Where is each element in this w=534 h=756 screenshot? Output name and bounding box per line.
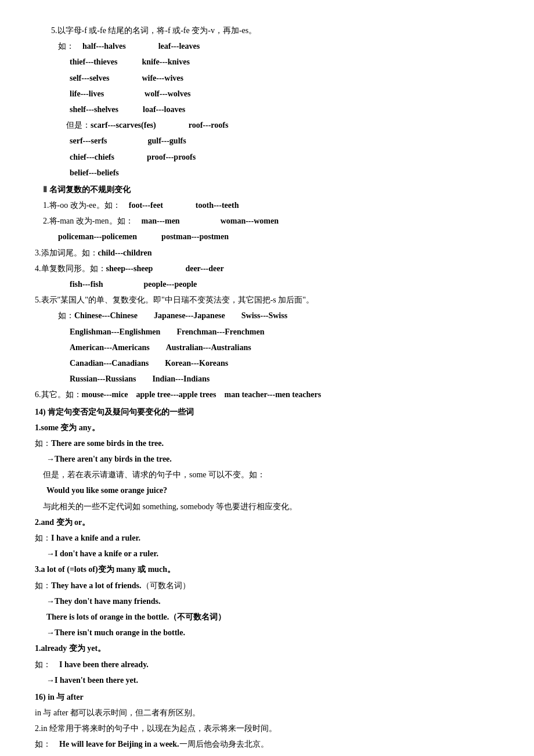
rule-2-and-or: 2.and 变为 or。	[35, 515, 499, 530]
ex-russian: Russian---Russians Indian---Indians	[35, 372, 499, 386]
rule-4-sheep: 4.单复数同形。如：sheep---sheep deer---deer	[35, 261, 499, 276]
rule-3-after: 3.after 经常用于过去时的句子中，以过去为起点，表示过去一段时间。	[35, 753, 499, 756]
ex-chief: chief---chiefs proof---proofs	[35, 150, 499, 164]
ex-and-intro: 如：I have a knife and a ruler.	[35, 531, 499, 545]
ex-shelf: shelf---shelves loaf---loaves	[35, 102, 499, 117]
rule-5-nationality: 5.表示"某国人"的单、复数变化。即"中日瑞不变英法变，其它国把-s 加后面"。	[35, 293, 499, 307]
rule-3-alot: 3.a lot of (=lots of)变为 many 或 much。	[35, 562, 499, 577]
ex-lots-pos: There is lots of orange in the bottle.（不…	[35, 610, 499, 624]
in-after-intro: in 与 after 都可以表示时间，但二者有所区别。	[35, 705, 499, 720]
rule-2-man: 2.将-man 改为-men。如： man---men woman---wome…	[35, 214, 499, 228]
ex-but: 但是：scarf---scarves(fes) roof---roofs	[35, 118, 499, 132]
rule-6-other: 6.其它。如：mouse---mice apple tree---apple t…	[35, 387, 499, 402]
ex-englishman: Englishman---Englishmen Frenchman---Fren…	[35, 325, 499, 339]
section-5: 5.以字母-f 或-fe 结尾的名词，将-f 或-fe 变为-v，再加-es。 …	[35, 23, 499, 180]
related-note: 与此相关的一些不定代词如 something, somebody 等也要进行相应…	[35, 499, 499, 514]
ex-american: American---Americans Australian---Austra…	[35, 340, 499, 355]
ex-belief: belief---beliefs	[35, 165, 499, 180]
rule-1-oo: 1.将-oo 改为-ee。如： foot---feet tooth---teet…	[35, 198, 499, 213]
ex-would-you: Would you like some orange juice?	[35, 483, 499, 498]
ex-in-intro: 如： He will leave for Beijing in a week.一…	[35, 737, 499, 751]
ex-and-neg: →I don't have a knife or a ruler.	[35, 546, 499, 561]
ex-serf: serf---serfs gulf---gulfs	[35, 134, 499, 148]
ex-fish: fish---fish people---people	[35, 277, 499, 291]
ex-chinese: 如：Chinese---Chinese Japanese---Japanese …	[35, 308, 499, 323]
section-16: 16) in 与 after in 与 after 都可以表示时间，但二者有所区…	[35, 690, 499, 756]
ex-thief: thief---thieves knife---knives	[35, 55, 499, 69]
ex-some-neg: →There aren't any birds in the tree.	[35, 452, 499, 466]
ex-already-neg: →I haven't been there yet.	[35, 673, 499, 687]
rule-3-child: 3.添加词尾。如：child---children	[35, 246, 499, 260]
rule-1-already: 1.already 变为 yet。	[35, 641, 499, 656]
ex-policeman: policeman---policemen postman---postmen	[35, 229, 499, 244]
ex-life: life---lives wolf---wolves	[35, 87, 499, 101]
section-II-header: Ⅱ 名词复数的不规则变化	[35, 182, 499, 197]
page-content: 5.以字母-f 或-fe 结尾的名词，将-f 或-fe 变为-v，再加-es。 …	[35, 23, 499, 756]
ex-canadian: Canadian---Canadians Korean---Koreans	[35, 356, 499, 370]
section-II: Ⅱ 名词复数的不规则变化 1.将-oo 改为-ee。如： foot---feet…	[35, 182, 499, 402]
rule-5-example-intro: 如： half---halves leaf---leaves	[35, 39, 499, 53]
section-16-header: 16) in 与 after	[35, 690, 499, 704]
ex-some-intro: 如：There are some birds in the tree.	[35, 436, 499, 451]
rule-2-in: 2.in 经常用于将来时的句子中，以现在为起点，表示将来一段时间。	[35, 721, 499, 736]
ex-already-intro: 如： I have been there already.	[35, 657, 499, 672]
section-14-header: 14) 肯定句变否定句及疑问句要变化的一些词	[35, 405, 499, 419]
section-14: 14) 肯定句变否定句及疑问句要变化的一些词 1.some 变为 any。 如：…	[35, 405, 499, 687]
rule-1-some-any: 1.some 变为 any。	[35, 420, 499, 435]
but-some-note: 但是，若在表示请邀请、请求的句子中，some 可以不变。如：	[35, 467, 499, 482]
ex-lots-neg: →There isn't much orange in the bottle.	[35, 625, 499, 640]
ex-alot-intro: 如：They have a lot of friends.（可数名词）	[35, 578, 499, 593]
ex-alot-neg: →They don't have many friends.	[35, 594, 499, 609]
rule-5-header: 5.以字母-f 或-fe 结尾的名词，将-f 或-fe 变为-v，再加-es。	[35, 23, 499, 38]
ex-self: self---selves wife---wives	[35, 71, 499, 85]
